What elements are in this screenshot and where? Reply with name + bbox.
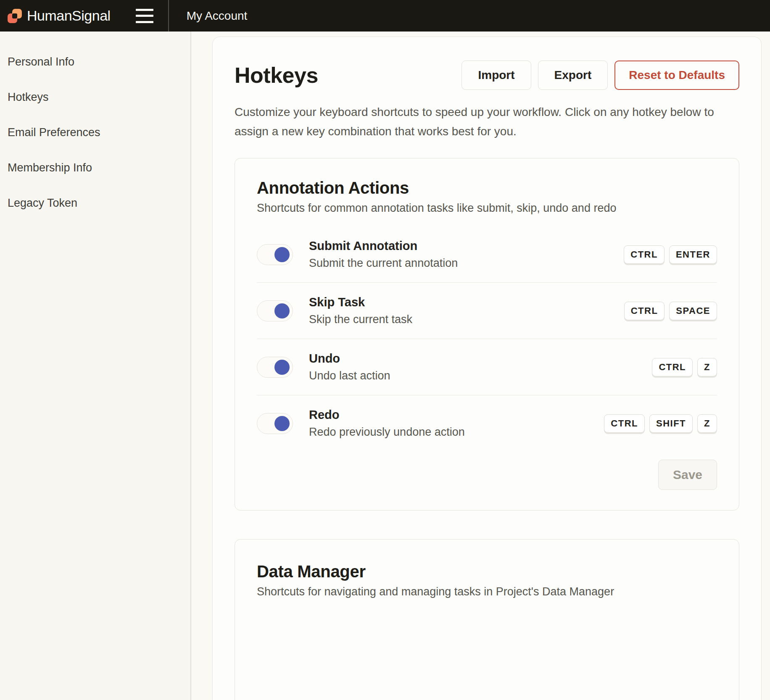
hotkey-key-chip[interactable]: CTRL bbox=[652, 358, 693, 376]
sidebar-item-membership-info[interactable]: Membership Info bbox=[0, 150, 190, 185]
hotkey-description: Undo last action bbox=[309, 369, 652, 382]
toggle-knob bbox=[274, 416, 290, 431]
hotkey-key-chip[interactable]: SHIFT bbox=[649, 414, 693, 433]
hotkey-title: Redo bbox=[309, 408, 604, 422]
toggle-switch[interactable] bbox=[257, 357, 293, 378]
sidebar-item-hotkeys[interactable]: Hotkeys bbox=[0, 79, 190, 115]
hotkey-keys: CTRLSHIFTZ bbox=[604, 414, 717, 433]
hotkey-keys: CTRLZ bbox=[652, 358, 717, 376]
toggle-switch[interactable] bbox=[257, 413, 293, 434]
hotkey-key-chip[interactable]: Z bbox=[697, 358, 717, 376]
hotkey-keys: CTRLSPACE bbox=[624, 302, 717, 320]
hotkey-title: Undo bbox=[309, 352, 652, 366]
save-button[interactable]: Save bbox=[658, 460, 717, 490]
section-data-manager: Data Manager Shortcuts for navigating an… bbox=[235, 539, 739, 700]
hotkey-row: Submit Annotation Submit the current ann… bbox=[257, 226, 717, 282]
hotkey-keys: CTRLENTER bbox=[624, 245, 717, 264]
hotkey-title: Submit Annotation bbox=[309, 239, 624, 253]
hotkey-key-chip[interactable]: CTRL bbox=[624, 245, 665, 264]
hotkey-description: Skip the current task bbox=[309, 313, 624, 326]
toggle-knob bbox=[274, 247, 290, 262]
hotkeys-description: Customize your keyboard shortcuts to spe… bbox=[235, 103, 739, 141]
page-context-title: My Account bbox=[187, 9, 248, 23]
toggle-switch[interactable] bbox=[257, 300, 293, 321]
section-annotation-actions: Annotation Actions Shortcuts for common … bbox=[235, 158, 739, 511]
save-row: Save bbox=[257, 460, 717, 490]
humansignal-logo-icon bbox=[8, 9, 22, 23]
hotkey-text: Submit Annotation Submit the current ann… bbox=[309, 239, 624, 270]
hotkey-row: Undo Undo last action CTRLZ bbox=[257, 339, 717, 395]
sidebar-item-legacy-token[interactable]: Legacy Token bbox=[0, 185, 190, 221]
hotkey-key-chip[interactable]: SPACE bbox=[669, 302, 717, 320]
section-title: Annotation Actions bbox=[257, 179, 717, 197]
export-button[interactable]: Export bbox=[538, 61, 608, 90]
hotkey-row: Redo Redo previously undone action CTRLS… bbox=[257, 395, 717, 451]
brand-name: HumanSignal bbox=[27, 8, 111, 24]
hotkey-text: Skip Task Skip the current task bbox=[309, 295, 624, 326]
hotkey-text: Redo Redo previously undone action bbox=[309, 408, 604, 439]
topbar-divider bbox=[168, 0, 169, 32]
reset-to-defaults-button[interactable]: Reset to Defaults bbox=[614, 61, 739, 90]
hamburger-menu-icon[interactable] bbox=[136, 9, 153, 23]
brand-logo[interactable]: HumanSignal bbox=[0, 8, 111, 24]
hotkey-rows: Submit Annotation Submit the current ann… bbox=[257, 226, 717, 451]
section-subtitle: Shortcuts for navigating and managing ta… bbox=[257, 585, 717, 598]
section-title: Data Manager bbox=[257, 562, 717, 581]
account-sidebar: Personal InfoHotkeysEmail PreferencesMem… bbox=[0, 32, 191, 700]
hotkey-key-chip[interactable]: CTRL bbox=[624, 302, 665, 320]
hotkey-text: Undo Undo last action bbox=[309, 352, 652, 382]
import-button[interactable]: Import bbox=[461, 61, 531, 90]
hotkey-key-chip[interactable]: Z bbox=[697, 414, 717, 433]
page-title: Hotkeys bbox=[235, 63, 318, 88]
hotkey-description: Redo previously undone action bbox=[309, 426, 604, 439]
sidebar-item-email-preferences[interactable]: Email Preferences bbox=[0, 115, 190, 150]
header-actions: Import Export Reset to Defaults bbox=[461, 61, 739, 90]
hotkey-description: Submit the current annotation bbox=[309, 257, 624, 270]
toggle-knob bbox=[274, 360, 290, 375]
hotkey-row: Skip Task Skip the current task CTRLSPAC… bbox=[257, 282, 717, 339]
sidebar-item-personal-info[interactable]: Personal Info bbox=[0, 44, 190, 79]
toggle-switch[interactable] bbox=[257, 244, 293, 265]
hotkey-title: Skip Task bbox=[309, 295, 624, 309]
toggle-knob bbox=[274, 303, 290, 318]
hotkey-key-chip[interactable]: CTRL bbox=[604, 414, 645, 433]
hotkey-key-chip[interactable]: ENTER bbox=[669, 245, 717, 264]
main-content: Hotkeys Import Export Reset to Defaults … bbox=[192, 32, 770, 700]
hotkeys-header: Hotkeys Import Export Reset to Defaults bbox=[235, 61, 739, 90]
section-subtitle: Shortcuts for common annotation tasks li… bbox=[257, 202, 717, 215]
top-bar: HumanSignal My Account bbox=[0, 0, 770, 32]
hotkeys-panel: Hotkeys Import Export Reset to Defaults … bbox=[212, 37, 762, 700]
